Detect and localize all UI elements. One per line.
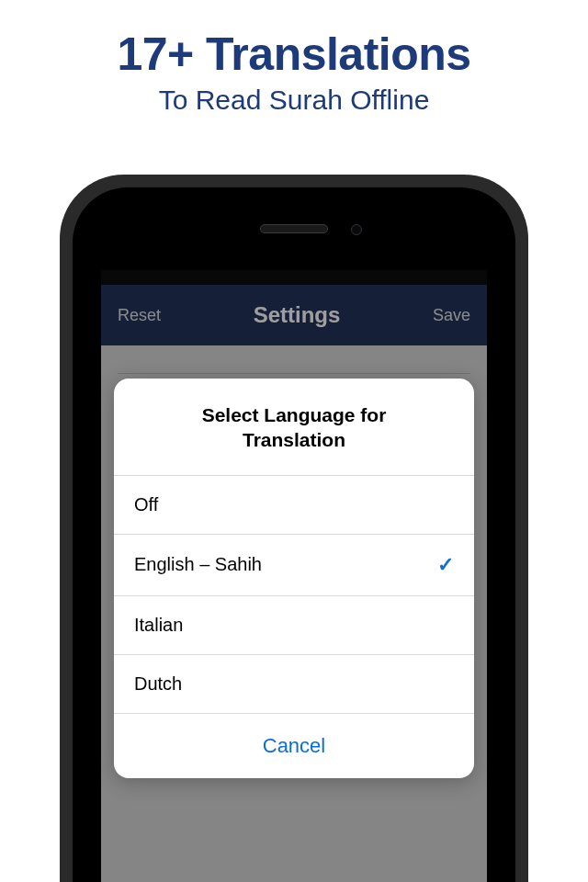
option-label: Dutch (134, 673, 182, 695)
language-option-off[interactable]: Off (114, 476, 474, 534)
checkmark-icon: ✓ (437, 553, 454, 577)
language-option-english-sahih[interactable]: English – Sahih ✓ (114, 535, 474, 595)
phone-screen: Reset Settings Save Font size: Select La… (101, 270, 487, 882)
option-label: Off (134, 494, 158, 515)
hero-subtitle: To Read Surah Offline (0, 85, 588, 116)
hero-title: 17+ Translations (0, 28, 588, 81)
sheet-title: Select Language for Translation (114, 379, 474, 475)
front-camera (351, 224, 362, 235)
device-frame: Reset Settings Save Font size: Select La… (60, 175, 528, 882)
speaker-grille (260, 224, 328, 233)
device-inner: Reset Settings Save Font size: Select La… (73, 187, 515, 882)
option-label: English – Sahih (134, 554, 262, 575)
language-option-dutch[interactable]: Dutch (114, 655, 474, 713)
language-action-sheet: Select Language for Translation Off Engl… (114, 379, 474, 778)
hero-banner: 17+ Translations To Read Surah Offline (0, 0, 588, 116)
option-label: Italian (134, 615, 183, 636)
language-option-italian[interactable]: Italian (114, 596, 474, 654)
cancel-button[interactable]: Cancel (114, 713, 474, 778)
